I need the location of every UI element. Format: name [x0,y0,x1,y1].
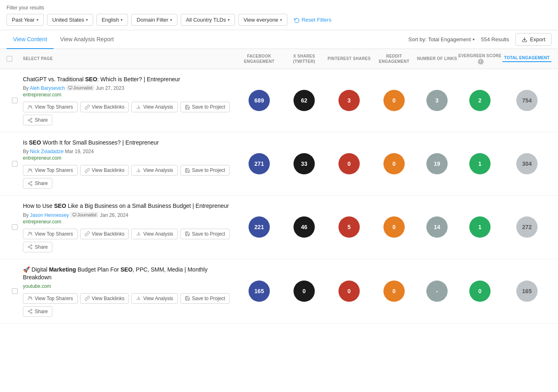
tab-view-analysis-report[interactable]: View Analysis Report [54,30,120,49]
svg-line-35 [29,247,31,248]
viewBacklinks-button-1[interactable]: View Backlinks [80,102,129,112]
chevron-icon: ▾ [280,18,282,22]
svg-point-33 [28,246,29,247]
viewAnalysis-button-3[interactable]: View Analysis [131,229,177,239]
filter-time-button[interactable]: Past Year▾ [7,14,44,26]
metric-evergreen-2: 1 [457,153,502,174]
viewAnalysis-button-2[interactable]: View Analysis [131,165,177,176]
svg-point-19 [31,181,32,183]
article-4-title[interactable]: 🚀 Digital Marketing Budget Plan For SEO,… [23,266,232,282]
metric-circle-total-2: 304 [516,153,538,174]
metric-circle-numLinks-2: 19 [426,153,448,174]
reset-filters-button[interactable]: Reset Filters [291,14,335,25]
author-2-link[interactable]: Nick Zviadadze [30,149,63,154]
svg-point-42 [31,309,32,310]
saveToProject-button-1[interactable]: Save to Project [180,102,230,112]
table-row: ChatGPT vs. Traditional SEO: Which is Be… [0,69,558,133]
tab-view-content[interactable]: View Content [7,30,54,49]
metric-xShares-3: 46 [282,216,327,238]
evergreen-info-icon[interactable]: i [478,59,484,65]
chevron-icon: ▾ [170,18,172,22]
metric-circle-reddit-1: 0 [383,90,405,111]
svg-point-21 [31,184,32,185]
metric-total-2: 304 [502,153,551,174]
filter-time-label: Past Year [12,17,35,23]
filter-country-button[interactable]: United States▾ [47,14,93,26]
export-button[interactable]: Export [515,33,551,46]
saveToProject-button-2[interactable]: Save to Project [180,165,230,176]
metric-circle-facebook-2: 271 [249,153,270,174]
article-1-info: ChatGPT vs. Traditional SEO: Which is Be… [23,76,237,126]
filter-audience-button[interactable]: View everyone▾ [238,14,287,26]
metric-circle-xShares-4: 0 [294,281,315,302]
viewBacklinks-button-2[interactable]: View Backlinks [80,165,129,176]
svg-point-10 [28,120,29,121]
metric-circle-facebook-4: 165 [249,281,270,302]
metric-circle-evergreen-4: 0 [469,281,491,302]
metric-reddit-3: 0 [372,216,417,238]
sort-dropdown[interactable]: Sort by: Total Engagement ▾ [408,36,475,42]
svg-point-27 [29,232,30,233]
svg-line-36 [29,246,31,247]
metric-circle-evergreen-3: 1 [469,216,491,238]
metric-circle-numLinks-3: 14 [426,216,448,238]
svg-point-43 [28,311,29,312]
col-header-pinterest: PINTEREST SHARES [327,56,372,61]
share-button-2[interactable]: Share [23,178,52,189]
article-2-domain: entrepreneur.com [23,155,232,161]
row-1-checkbox[interactable] [12,98,18,103]
chevron-icon: ▾ [36,18,38,22]
metric-xShares-4: 0 [282,281,327,302]
saveToProject-button-3[interactable]: Save to Project [180,229,230,239]
author-role-badge: Journalist [70,212,99,218]
metric-numLinks-4: - [417,281,457,302]
article-1-domain: entrepreneur.com [23,92,232,98]
reset-filters-label: Reset Filters [302,17,332,23]
viewBacklinks-button-4[interactable]: View Backlinks [80,293,129,304]
filter-tld-label: All Country TLDs [186,17,226,23]
row-3-checkbox[interactable] [12,224,18,230]
metric-circle-facebook-1: 689 [249,90,270,111]
filter-domain-button[interactable]: Domain Filter▾ [131,14,177,26]
svg-point-14 [29,169,30,170]
chevron-icon: ▾ [121,18,123,22]
col-header-page: Select Page [23,56,237,61]
metric-circle-total-3: 272 [516,216,538,238]
select-all-checkbox[interactable] [7,56,12,62]
viewTopSharers-button-4[interactable]: View Top Sharers [23,293,78,304]
share-button-4[interactable]: Share [23,306,52,317]
svg-line-45 [29,312,31,313]
viewAnalysis-button-4[interactable]: View Analysis [131,293,177,304]
chevron-icon: ▾ [228,18,230,22]
tabs-row: View ContentView Analysis Report Sort by… [0,30,558,49]
article-date: Mar 19, 2024 [65,149,94,154]
viewTopSharers-button-1[interactable]: View Top Sharers [23,102,78,112]
share-button-1[interactable]: Share [23,115,52,125]
svg-point-28 [31,232,32,234]
filter-tld-button[interactable]: All Country TLDs▾ [181,14,235,26]
author-1-link[interactable]: Aleh Barysevich [30,85,65,91]
article-1-title[interactable]: ChatGPT vs. Traditional SEO: Which is Be… [23,76,232,84]
viewTopSharers-button-3[interactable]: View Top Sharers [23,229,78,239]
author-3-link[interactable]: Jason Hennessey [30,212,69,218]
viewAnalysis-button-1[interactable]: View Analysis [131,102,177,112]
metric-circle-reddit-3: 0 [383,216,405,238]
sort-chevron: ▾ [473,37,475,42]
svg-point-9 [31,118,32,119]
metric-total-3: 272 [502,216,551,238]
row-4-checkbox[interactable] [12,288,18,294]
col-header-numlinks: NUMBER OF LINKS [417,56,457,61]
saveToProject-button-4[interactable]: Save to Project [180,293,230,304]
metric-total-4: 165 [502,281,551,302]
metric-circle-pinterest-1: 3 [338,90,360,111]
share-button-3[interactable]: Share [23,242,52,252]
article-3-title[interactable]: How to Use SEO Like a Big Business on a … [23,202,232,210]
filter-language-button[interactable]: English▾ [96,14,128,26]
row-2-checkbox[interactable] [12,161,18,167]
viewTopSharers-button-2[interactable]: View Top Sharers [23,165,78,176]
article-2-title[interactable]: Is SEO Worth It for Small Businesses? | … [23,139,232,147]
svg-line-13 [29,119,31,120]
filter-domain-label: Domain Filter [137,17,168,23]
viewBacklinks-button-3[interactable]: View Backlinks [80,229,129,239]
article-3-info: How to Use SEO Like a Big Business on a … [23,202,237,252]
